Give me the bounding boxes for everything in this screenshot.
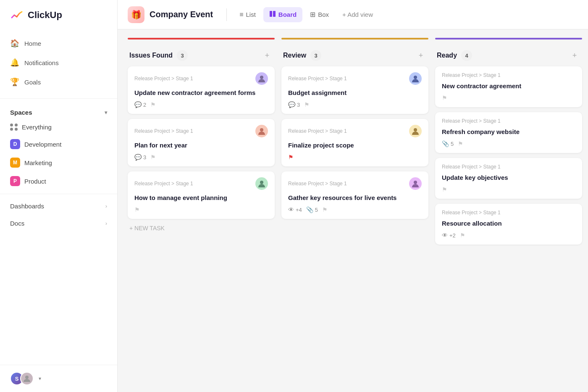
sidebar-item-label: Marketing <box>24 159 52 166</box>
sidebar-item-label: Development <box>24 141 61 148</box>
card-title: New contractor agreement <box>442 82 575 90</box>
svg-point-0 <box>25 376 29 379</box>
card-meta: Release Project > Stage 1 <box>288 125 422 137</box>
card[interactable]: Release Project > Stage 1 Update new con… <box>128 66 275 114</box>
add-view-button[interactable]: + Add view <box>336 8 379 21</box>
card[interactable]: Release Project > Stage 1 Finalize proje… <box>281 119 428 166</box>
sidebar-item-product[interactable]: P Product <box>0 172 117 190</box>
card-meta: Release Project > Stage 1 <box>134 177 268 190</box>
chevron-down-icon: ▾ <box>39 376 41 381</box>
project-header: 🎁 Company Event <box>128 6 213 23</box>
card-footer: 👁 +4 📎 5 ⚑ <box>288 206 422 213</box>
sidebar-item-goals[interactable]: 🏆 Goals <box>0 72 117 92</box>
svg-rect-2 <box>273 11 276 17</box>
avatar <box>255 125 268 137</box>
space-badge: M <box>10 158 20 168</box>
app-name: ClickUp <box>28 10 62 21</box>
add-card-button[interactable]: + <box>569 50 580 61</box>
sidebar-item-dashboards[interactable]: Dashboards › <box>0 197 117 215</box>
card[interactable]: Release Project > Stage 1 Resource alloc… <box>435 204 582 245</box>
column-count: 3 <box>310 50 321 61</box>
spaces-label: Spaces <box>10 109 32 116</box>
sidebar-navigation: 🏠 Home 🔔 Notifications 🏆 Goals <box>0 30 117 95</box>
sidebar-item-label: Notifications <box>24 59 59 66</box>
sidebar-item-marketing[interactable]: M Marketing <box>0 153 117 172</box>
tab-box[interactable]: ⊞ Box <box>304 7 335 22</box>
add-card-button[interactable]: + <box>261 50 273 61</box>
avatar <box>409 177 422 190</box>
avatar-stack: S <box>10 372 34 385</box>
people-count: 👁 +4 <box>288 206 302 213</box>
card-title: Budget assignment <box>288 88 422 97</box>
clickup-logo-icon <box>10 8 24 22</box>
column-count: 3 <box>177 50 188 61</box>
card-meta: Release Project > Stage 1 <box>288 72 422 85</box>
attachment-number: 5 <box>315 207 318 213</box>
card-title: Gather key resources for live events <box>288 193 422 202</box>
column-title: Issues Found <box>129 52 173 59</box>
tab-list-label: List <box>246 11 256 18</box>
card[interactable]: Release Project > Stage 1 Plan for next … <box>128 119 275 166</box>
people-icon: 👁 <box>442 232 448 239</box>
column-count: 4 <box>461 50 472 61</box>
tab-box-label: Box <box>318 11 329 18</box>
flag-icon: ⚑ <box>134 206 140 213</box>
tab-list[interactable]: ≡ List <box>234 8 262 22</box>
trophy-icon: 🏆 <box>10 77 19 87</box>
spaces-section-header: Spaces ▾ <box>0 102 117 119</box>
card-stage: Release Project > Stage 1 <box>134 128 193 134</box>
list-icon: ≡ <box>239 11 243 18</box>
card[interactable]: Release Project > Stage 1 Budget assignm… <box>281 66 428 114</box>
comment-number: 3 <box>143 154 146 160</box>
card-meta: Release Project > Stage 1 <box>134 72 268 85</box>
card-title: Finalize project scope <box>288 141 422 150</box>
column-review: Review 3 + Release Project > Stage 1 Bud… <box>281 38 428 219</box>
tab-board[interactable]: Board <box>263 7 302 22</box>
divider <box>0 98 117 99</box>
flag-icon: ⚑ <box>150 154 156 160</box>
sidebar-item-development[interactable]: D Development <box>0 135 117 153</box>
card[interactable]: Release Project > Stage 1 How to manage … <box>128 171 275 219</box>
avatar <box>409 125 422 137</box>
card-footer: 💬 3 ⚑ <box>288 101 422 108</box>
card-title: Plan for next year <box>134 141 268 150</box>
sidebar-item-home[interactable]: 🏠 Home <box>0 34 117 53</box>
column-header: Review 3 + <box>281 45 428 66</box>
card-footer: ⚑ <box>442 186 575 193</box>
card[interactable]: Release Project > Stage 1 Update key obj… <box>435 158 582 199</box>
divider <box>0 194 117 194</box>
sidebar-item-notifications[interactable]: 🔔 Notifications <box>0 53 117 72</box>
card-stage: Release Project > Stage 1 <box>442 164 501 170</box>
new-task-button[interactable]: + NEW TASK <box>128 221 275 236</box>
comment-number: 2 <box>143 102 146 108</box>
card-footer: ⚑ <box>288 154 422 160</box>
flag-icon: ⚑ <box>288 154 294 160</box>
sidebar-footer: S ▾ <box>0 365 117 392</box>
card[interactable]: Release Project > Stage 1 Gather key res… <box>281 171 428 219</box>
card-stage: Release Project > Stage 1 <box>288 76 347 82</box>
attachment-icon: 📎 <box>306 206 313 213</box>
card-footer: 👁 +2 ⚑ <box>442 232 575 239</box>
sidebar-item-everything[interactable]: Everything <box>0 119 117 135</box>
attachment-count: 📎 5 <box>306 206 318 213</box>
card[interactable]: Release Project > Stage 1 Refresh compan… <box>435 112 582 153</box>
project-title: Company Event <box>150 10 213 19</box>
flag-icon: ⚑ <box>150 101 156 108</box>
sidebar-item-label: Goals <box>24 79 41 86</box>
card-meta: Release Project > Stage 1 <box>442 118 575 124</box>
add-card-button[interactable]: + <box>415 50 427 61</box>
card-meta: Release Project > Stage 1 <box>442 210 575 216</box>
card-footer: 💬 2 ⚑ <box>134 101 268 108</box>
comment-number: 3 <box>297 102 300 108</box>
column-bar <box>128 38 275 39</box>
sidebar-item-docs[interactable]: Docs › <box>0 215 117 232</box>
comment-icon: 💬 <box>134 101 142 108</box>
card-title: Update key objectives <box>442 173 575 182</box>
card-stage: Release Project > Stage 1 <box>288 128 347 134</box>
comment-count: 💬 3 <box>134 154 146 160</box>
card[interactable]: Release Project > Stage 1 New contractor… <box>435 66 582 107</box>
flag-icon: ⚑ <box>304 101 310 108</box>
avatar <box>20 372 34 385</box>
people-count: 👁 +2 <box>442 232 456 239</box>
home-icon: 🏠 <box>10 39 19 48</box>
